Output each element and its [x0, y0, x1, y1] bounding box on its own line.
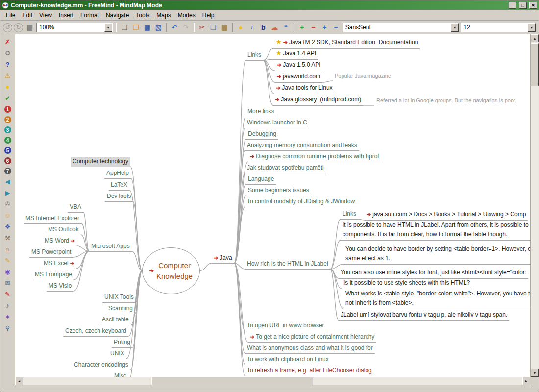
priority-5-icon[interactable]: 5	[4, 147, 11, 154]
magnifier-icon[interactable]: ⚲	[3, 324, 12, 332]
pen-red-icon[interactable]: ✎	[3, 291, 12, 298]
mindmap-node-priting[interactable]: Priting	[112, 338, 132, 348]
wand-icon[interactable]: ✶	[3, 313, 12, 321]
attach-icon[interactable]: ✇	[3, 200, 12, 208]
trash-icon[interactable]: ♻	[3, 49, 12, 57]
mindmap-node-msie[interactable]: MS Internet Explorer	[24, 214, 81, 224]
mindmap-node-l4[interactable]: ➔javaworld.com	[275, 72, 322, 83]
italic-icon[interactable]: i	[247, 23, 257, 33]
mindmap-node-charenc[interactable]: Character encodings	[72, 360, 130, 370]
mindmap-node-unixtools[interactable]: UNIX Tools	[102, 293, 136, 303]
warning-icon[interactable]: ⚠	[3, 72, 12, 80]
priority-4-icon[interactable]: 4	[4, 137, 11, 144]
mindmap-node-javasun[interactable]: ➔java.sun.com > Docs > Books > Tutorial …	[365, 209, 528, 220]
comment-icon[interactable]: ❝	[281, 23, 291, 33]
home-icon[interactable]: ⌂	[3, 245, 12, 253]
priority-3-icon[interactable]: 3	[4, 126, 11, 133]
undo-icon[interactable]: ↶	[170, 23, 180, 33]
priority-1-icon[interactable]: 1	[4, 106, 11, 113]
mindmap-node-misc[interactable]: Misc	[112, 371, 128, 377]
zoom-out-icon[interactable]: −	[308, 23, 318, 33]
print-icon[interactable]: ▤	[24, 23, 35, 33]
mindmap-node-beginners[interactable]: Some beginners issues	[246, 186, 311, 196]
scroll-right-button[interactable]: ►	[522, 377, 530, 385]
smiley-icon[interactable]: ☺	[3, 212, 12, 220]
mindmap-node-modality[interactable]: To control modality of JDialog & JWindow	[245, 197, 357, 207]
chevron-down-icon[interactable]: ▼	[104, 23, 112, 32]
zoom-in-icon[interactable]: +	[297, 23, 307, 33]
mindmap-canvas[interactable]: ➔ Computer Knowledge ➔JavaLinks★➔JavaTM …	[15, 34, 530, 377]
mindmap-node-p3[interactable]: You can also use inline styles for font,…	[339, 268, 528, 279]
mindmap-node-latex[interactable]: LaTeX	[109, 180, 129, 191]
note-icon[interactable]: ♪	[3, 302, 12, 310]
cut-icon[interactable]: ✂	[197, 23, 207, 33]
priority-2-icon[interactable]: 2	[4, 116, 11, 123]
mindmap-node-ascii[interactable]: Ascii table	[100, 315, 131, 325]
menu-item-file[interactable]: File	[2, 10, 19, 20]
font-family-combobox[interactable]: SansSerif ▼	[343, 23, 459, 32]
mindmap-node-mspower[interactable]: MS Powerpoint	[29, 247, 73, 258]
mindmap-root-node[interactable]: ➔ Computer Knowledge	[142, 247, 200, 294]
mindmap-node-p1[interactable]: It is possible to have HTML in JLabel. A…	[341, 220, 530, 241]
mindmap-node-anon[interactable]: What is anonymous class and what it is g…	[245, 343, 375, 354]
mindmap-node-p6[interactable]: JLabel umí stylovat barvu fontu v tagu p…	[339, 310, 509, 321]
chevron-down-icon[interactable]: ▼	[451, 23, 459, 32]
help-icon[interactable]: ?	[3, 61, 12, 69]
menu-item-format[interactable]: Format	[77, 10, 102, 20]
maximize-button[interactable]: □	[519, 2, 527, 9]
idea-icon[interactable]: ●	[3, 83, 12, 91]
horizontal-scroll-track[interactable]	[23, 377, 522, 385]
chevron-down-icon[interactable]: ▼	[528, 23, 536, 32]
mindmap-node-msapps[interactable]: Microsoft Apps	[89, 242, 132, 252]
mindmap-node-msoutlook[interactable]: MS Outlook	[46, 225, 81, 235]
horizontal-scroll-thumb[interactable]	[151, 377, 313, 385]
font-size-combobox[interactable]: 12 ▼	[461, 23, 536, 32]
mail-icon[interactable]: ✉	[3, 279, 12, 287]
minimize-button[interactable]: _	[509, 2, 516, 9]
mindmap-node-l5[interactable]: ➔Java tools for Linux	[274, 83, 335, 94]
mindmap-node-winlaunch[interactable]: Windows launcher in C	[245, 118, 309, 128]
scroll-up-button[interactable]: ▲	[531, 34, 539, 42]
mindmap-node-links2[interactable]: Links	[341, 209, 358, 220]
mindmap-node-morelinks[interactable]: More links	[245, 107, 276, 117]
mindmap-node-msexcel[interactable]: MS Excel➔	[42, 259, 76, 269]
menu-item-view[interactable]: View	[36, 10, 55, 20]
next-map-icon[interactable]: ↻	[14, 23, 23, 32]
mindmap-node-clip[interactable]: To work with clipboard on Linux	[245, 355, 331, 365]
vertical-scrollbar[interactable]: ▲ ▼	[530, 34, 539, 377]
mindmap-node-analyz[interactable]: Analyzing memory consumption and leaks	[245, 141, 359, 151]
mindmap-node-p5[interactable]: What works is <table style="border-color…	[343, 289, 530, 309]
mindmap-node-l3[interactable]: ➔Java 1.5.0 API	[275, 60, 323, 71]
open-map-icon[interactable]: ❒	[131, 23, 141, 33]
mindmap-node-l6n[interactable]: Referred a lot in Google groups. But the…	[374, 96, 518, 106]
idea-icon[interactable]: ●	[236, 23, 246, 33]
menu-item-maps[interactable]: Maps	[153, 10, 174, 20]
scroll-left-button[interactable]: ◄	[15, 377, 23, 385]
add-node-icon[interactable]: +	[319, 23, 330, 33]
forward-icon[interactable]: ▶	[3, 189, 12, 197]
mindmap-node-czech[interactable]: Czech, czech keyboard	[63, 326, 128, 337]
mindmap-node-p4[interactable]: Is it possible to use style sheets with …	[342, 278, 472, 289]
ok-icon[interactable]: ✓	[3, 95, 12, 102]
menu-item-edit[interactable]: Edit	[19, 10, 36, 20]
menu-item-help[interactable]: Help	[199, 10, 218, 20]
zoom-combobox[interactable]: 100% ▼	[36, 23, 113, 32]
mindmap-node-devtools[interactable]: DevTools	[105, 192, 133, 202]
sphere-icon[interactable]: ◉	[3, 268, 12, 276]
close-button[interactable]: ✕	[529, 2, 537, 9]
mindmap-node-l1[interactable]: ★➔JavaTM 2 SDK, Standard Edition Documen…	[274, 37, 420, 49]
mindmap-node-openurl[interactable]: To open URL in www browser	[245, 321, 326, 331]
mindmap-node-msfront[interactable]: MS Frontpage	[33, 270, 74, 280]
mindmap-node-java[interactable]: ➔Java	[212, 253, 234, 264]
mindmap-node-diag[interactable]: ➔Diagnose common runtime problems with h…	[248, 152, 381, 162]
mindmap-node-links1[interactable]: Links	[245, 50, 263, 61]
mindmap-node-l2[interactable]: ★Java 1.4 API	[274, 49, 318, 60]
bold-icon[interactable]: b	[258, 23, 269, 33]
menu-item-insert[interactable]: Insert	[55, 10, 77, 20]
mindmap-node-vba[interactable]: VBA	[68, 202, 83, 213]
remove-node-icon[interactable]: −	[331, 23, 341, 33]
priority-7-icon[interactable]: 7	[4, 168, 11, 174]
menu-item-modes[interactable]: Modes	[174, 10, 199, 20]
mindmap-node-apphelp[interactable]: AppHelp	[104, 169, 131, 179]
cloud-icon[interactable]: ☁	[270, 23, 280, 33]
